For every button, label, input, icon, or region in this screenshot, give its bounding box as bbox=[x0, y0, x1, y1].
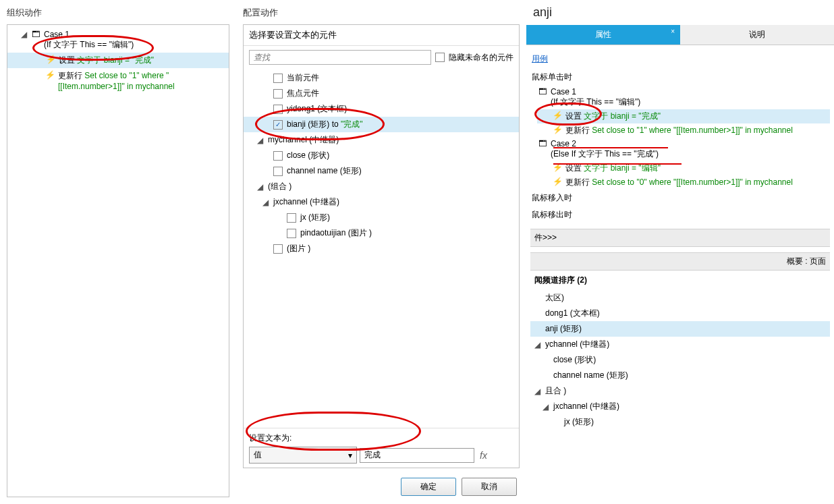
action-text: 更新行 Set close to "1" where "[[Item.numbe… bbox=[58, 70, 226, 91]
bolt-icon: ⚡ bbox=[552, 125, 563, 134]
add-case-link[interactable]: 用例 bbox=[532, 53, 548, 65]
case-label: Case 1(If 文字于 This == "编辑") bbox=[44, 30, 134, 51]
hide-unnamed-label: 隐藏未命名的元件 bbox=[449, 52, 513, 63]
case1-action-update-row[interactable]: ⚡ 更新行 Set close to "1" where "[[Item.num… bbox=[537, 123, 830, 138]
outline-item[interactable]: channel name (矩形) bbox=[530, 368, 830, 383]
outline-item-bianji[interactable]: anji (矩形) bbox=[530, 321, 830, 337]
action-row-set-text[interactable]: ⚡ 设置 文字于 bianji = "完成" bbox=[7, 53, 229, 68]
outline-item[interactable]: ◢jxchannel (中继器) bbox=[530, 399, 830, 414]
actions-tree[interactable]: ◢ 🗔 Case 1(If 文字于 This == "编辑") ⚡ 设置 文字于… bbox=[7, 24, 229, 497]
select-widget-header: 选择要设置文本的元件 bbox=[244, 25, 519, 46]
ok-button[interactable]: 确定 bbox=[401, 478, 456, 496]
event-onclick[interactable]: 鼠标单击时 bbox=[530, 69, 830, 86]
case2-action-update-row[interactable]: ⚡ 更新行 Set close to "0" where "[[Item.num… bbox=[537, 175, 830, 190]
widget-tree[interactable]: 当前元件 焦点元件 yidong1 (文本框) ✓bianji (矩形) to … bbox=[244, 69, 519, 428]
case-1[interactable]: 🗔 Case 1(If 文字于 This == "编辑") bbox=[537, 86, 830, 109]
configure-action-panel: 配置动作 选择要设置文本的元件 隐藏未命名的元件 当前元件 焦点元件 yidon… bbox=[236, 0, 526, 504]
chevron-down-icon: ▾ bbox=[348, 451, 352, 460]
fx-button[interactable]: fx bbox=[477, 450, 490, 461]
outline-item[interactable]: jx (矩形) bbox=[530, 414, 830, 430]
tab-properties[interactable]: 属性× bbox=[526, 25, 680, 45]
organize-actions-panel: 组织动作 ◢ 🗔 Case 1(If 文字于 This == "编辑") ⚡ 设… bbox=[0, 0, 236, 504]
outline-header: 概要 : 页面 bbox=[530, 252, 830, 271]
checkbox-checked-icon: ✓ bbox=[273, 120, 283, 130]
widget-name-title: anji bbox=[526, 0, 834, 25]
event-onmouseout[interactable]: 鼠标移出时 bbox=[530, 206, 830, 223]
widget-bianji[interactable]: ✓bianji (矩形) to "完成" bbox=[244, 117, 519, 132]
bolt-icon: ⚡ bbox=[552, 177, 563, 186]
expand-arrow-icon[interactable]: ◢ bbox=[21, 30, 29, 39]
action-row-update-row[interactable]: ⚡ 更新行 Set close to "1" where "[[Item.num… bbox=[7, 68, 229, 93]
bolt-icon: ⚡ bbox=[45, 70, 55, 80]
cancel-button[interactable]: 取消 bbox=[462, 478, 517, 496]
case-icon: 🗔 bbox=[537, 87, 548, 96]
hide-unnamed-checkbox[interactable] bbox=[435, 53, 445, 62]
widget-jx[interactable]: jx (矩形) bbox=[244, 210, 519, 225]
configure-action-box: 选择要设置文本的元件 隐藏未命名的元件 当前元件 焦点元件 yidong1 (文… bbox=[243, 24, 520, 468]
inspector-tabs: 属性× 说明 bbox=[526, 25, 834, 45]
widget-current[interactable]: 当前元件 bbox=[244, 70, 519, 86]
case-2[interactable]: 🗔 Case 2(Else If 文字于 This == "完成") bbox=[537, 138, 830, 161]
case-icon: 🗔 bbox=[537, 139, 548, 148]
bolt-icon: ⚡ bbox=[552, 163, 563, 172]
outline-item[interactable]: ◢且合 ) bbox=[530, 383, 830, 399]
bolt-icon: ⚡ bbox=[45, 55, 56, 64]
widget-image[interactable]: (图片 ) bbox=[244, 241, 519, 256]
search-row: 隐藏未命名的元件 bbox=[244, 46, 519, 69]
case-icon: 🗔 bbox=[30, 30, 41, 39]
widget-channel-name[interactable]: channel name (矩形) bbox=[244, 163, 519, 179]
outline-item[interactable]: dong1 (文本框) bbox=[530, 306, 830, 321]
widget-close[interactable]: close (形状) bbox=[244, 148, 519, 163]
expand-arrow-icon: ◢ bbox=[543, 402, 549, 412]
expand-arrow-icon: ◢ bbox=[257, 136, 264, 145]
value-input[interactable] bbox=[360, 448, 474, 463]
expand-arrow-icon: ◢ bbox=[534, 340, 541, 349]
case2-action-set-text[interactable]: ⚡ 设置 文字于 bianji = "编辑" bbox=[537, 161, 830, 175]
expand-arrow-icon: ◢ bbox=[534, 387, 541, 396]
outline-page-title[interactable]: 闻频道排序 (2) bbox=[530, 271, 830, 290]
widget-group[interactable]: ◢(组合 ) bbox=[244, 179, 519, 194]
case-text: Case 1(If 文字于 This == "编辑") bbox=[551, 87, 640, 108]
case-row[interactable]: ◢ 🗔 Case 1(If 文字于 This == "编辑") bbox=[7, 28, 229, 53]
case1-action-set-text[interactable]: ⚡ 设置 文字于 bianji = "完成" bbox=[537, 109, 830, 123]
dialog-buttons: 确定 取消 bbox=[239, 471, 524, 500]
outline-item[interactable]: ◢ychannel (中继器) bbox=[530, 337, 830, 352]
value-type-dropdown[interactable]: 值▾ bbox=[249, 447, 357, 464]
expand-arrow-icon: ◢ bbox=[262, 198, 269, 207]
action-text: 设置 文字于 bianji = "完成" bbox=[59, 55, 154, 66]
widget-mychannel[interactable]: ◢mychannel (中继器) bbox=[244, 132, 519, 148]
outline-item[interactable]: 太区) bbox=[530, 290, 830, 306]
event-onmousein[interactable]: 鼠标移入时 bbox=[530, 190, 830, 206]
close-icon: × bbox=[671, 28, 675, 35]
more-events-header[interactable]: 件>>> bbox=[530, 229, 830, 247]
set-text-area: 设置文本为: 值▾ fx bbox=[244, 428, 519, 468]
expand-arrow-icon: ◢ bbox=[257, 182, 264, 192]
widget-focused[interactable]: 焦点元件 bbox=[244, 86, 519, 101]
widget-yidong1[interactable]: yidong1 (文本框) bbox=[244, 101, 519, 117]
tab-notes[interactable]: 说明 bbox=[680, 25, 834, 45]
widget-pindaotuijian[interactable]: pindaotuijian (图片 ) bbox=[244, 225, 519, 241]
outline-item[interactable]: close (形状) bbox=[530, 352, 830, 368]
configure-action-title: 配置动作 bbox=[239, 4, 524, 22]
search-input[interactable] bbox=[249, 50, 431, 65]
organize-actions-title: 组织动作 bbox=[3, 4, 233, 22]
widget-jxchannel[interactable]: ◢jxchannel (中继器) bbox=[244, 194, 519, 210]
inspector-panel: anji 属性× 说明 用例 鼠标单击时 🗔 Case 1(If 文字于 Thi… bbox=[526, 0, 834, 504]
bolt-icon: ⚡ bbox=[552, 111, 563, 120]
set-text-label: 设置文本为: bbox=[249, 432, 513, 444]
